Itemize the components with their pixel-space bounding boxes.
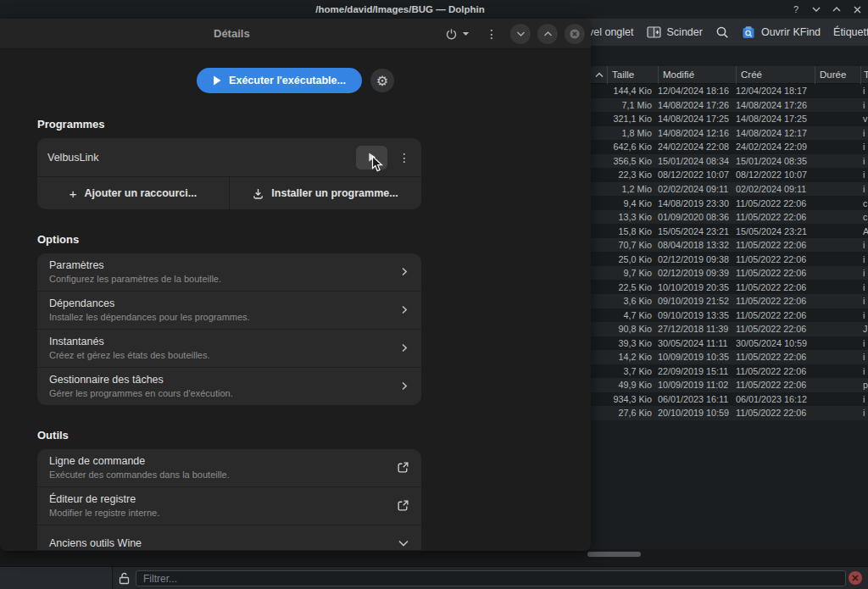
tags-button[interactable]: Étiquettes [833, 26, 868, 38]
options-row[interactable]: DépendancesInstallez les dépendances pou… [37, 292, 421, 330]
table-cell: i [860, 282, 868, 292]
table-row[interactable]: 22,3 Kio08/12/2022 10:0708/12/2022 10:07… [591, 168, 868, 182]
kebab-menu-icon[interactable]: ⋮ [485, 28, 498, 40]
table-row[interactable]: 22,5 Kio10/10/2019 20:3511/05/2022 22:06… [591, 280, 868, 294]
new-tab-button[interactable]: vel onglet [588, 26, 634, 38]
table-cell: 15/05/2024 23:21 [658, 226, 736, 236]
sort-header-cell[interactable] [591, 66, 607, 84]
chevron-down-icon [398, 539, 409, 547]
table-cell: 11/05/2022 22:06 [736, 240, 815, 250]
table-row[interactable]: 13,3 Kio01/09/2020 08:3611/05/2022 22:06… [591, 210, 868, 225]
chevron-right-icon [399, 342, 409, 353]
table-row[interactable]: 14,2 Kio10/09/2019 10:3511/05/2022 22:06… [591, 350, 868, 364]
row-text: InstantanésCréez et gérez les états des … [49, 336, 399, 360]
overlay-close-button[interactable] [565, 24, 585, 44]
table-cell: 934,3 Kio [607, 394, 658, 404]
program-name: VelbusLink [47, 152, 356, 164]
table-cell: 15/01/2024 08:34 [658, 156, 736, 166]
tools-heading: Outils [37, 429, 421, 442]
mouse-cursor [371, 155, 384, 176]
table-row[interactable]: 9,4 Kio14/08/2019 23:3011/05/2022 22:06c [591, 196, 868, 210]
table-cell: 11/05/2022 22:06 [736, 366, 815, 376]
program-row[interactable]: VelbusLink ⋮ [37, 138, 421, 177]
table-row[interactable]: 49,9 Kio10/09/2019 11:0211/05/2022 22:06… [591, 378, 868, 392]
close-window-button[interactable] [851, 3, 863, 15]
column-header-modified[interactable]: Modifié [658, 66, 736, 84]
options-heading: Options [37, 233, 421, 246]
table-cell: 356,5 Kio [607, 156, 658, 166]
open-kfind-button[interactable]: Ouvrir KFind [742, 25, 821, 39]
table-row[interactable]: 7,1 Mio14/08/2024 17:2614/08/2024 17:26i [591, 98, 868, 113]
table-row[interactable]: 1,2 Mio02/02/2024 09:1102/02/2024 09:11i [591, 182, 868, 197]
maximize-button[interactable] [831, 3, 843, 15]
table-row[interactable]: 4,7 Kio09/10/2019 13:3511/05/2022 22:06i [591, 308, 868, 323]
search-button[interactable] [715, 25, 729, 39]
gear-icon: ⚙ [376, 73, 388, 89]
bottles-window: Détails ⋮ Exécuter l'exécutable... [0, 19, 591, 551]
table-row[interactable]: 15,8 Kio15/05/2024 23:2115/05/2024 23:21… [591, 224, 868, 238]
table-cell: 14/08/2024 17:25 [736, 114, 815, 124]
filter-bar [0, 566, 868, 589]
table-cell: 90,8 Kio [607, 324, 658, 334]
table-row[interactable]: 144,4 Kio12/04/2024 18:1612/04/2024 18:1… [591, 84, 868, 98]
table-row[interactable]: 90,8 Kio27/12/2018 11:3911/05/2022 22:06… [591, 322, 868, 336]
table-cell: 11/05/2022 22:06 [736, 282, 815, 292]
table-row[interactable]: 39,3 Kio30/05/2024 11:1130/05/2024 10:59… [591, 336, 868, 351]
table-cell: 10/09/2019 11:02 [658, 380, 736, 390]
table-cell: 11/05/2022 22:06 [736, 268, 815, 278]
column-header-type[interactable]: T [860, 66, 868, 84]
help-button[interactable]: ? [790, 3, 802, 15]
overlay-maximize-button[interactable] [537, 24, 558, 44]
row-text: ParamètresConfigurez les paramètres de l… [49, 259, 399, 284]
run-executable-button[interactable]: Exécuter l'exécutable... [197, 68, 362, 93]
column-header-size[interactable]: Taille [607, 66, 658, 84]
row-text: Ligne de commandeExécuter des commandes … [49, 455, 397, 480]
table-row[interactable]: 3,7 Kio22/09/2019 15:1111/05/2022 22:06i [591, 364, 868, 379]
power-status-button[interactable] [445, 28, 470, 41]
table-cell: 02/12/2019 09:39 [658, 268, 736, 278]
table-cell: 11/05/2022 22:06 [736, 380, 815, 390]
external-link-icon [397, 499, 409, 512]
plus-icon: + [70, 186, 77, 201]
run-settings-button[interactable]: ⚙ [370, 69, 394, 92]
options-row[interactable]: ParamètresConfigurez les paramètres de l… [37, 253, 421, 292]
options-row[interactable]: Gestionnaire des tâchesGérer les program… [37, 368, 421, 405]
table-row[interactable]: 934,3 Kio06/01/2023 16:1106/01/2023 16:1… [591, 392, 868, 407]
table-cell: 08/12/2022 10:07 [658, 169, 736, 180]
install-program-button[interactable]: Installer un programme... [229, 177, 421, 209]
column-header-created[interactable]: Créé [736, 66, 815, 84]
table-cell: i [860, 268, 868, 278]
table-row[interactable]: 321,1 Kio14/08/2024 17:2514/08/2024 17:2… [591, 112, 868, 126]
table-row[interactable]: 70,7 Kio08/04/2018 13:3211/05/2022 22:06… [591, 238, 868, 253]
horizontal-scrollbar[interactable] [587, 552, 641, 557]
tools-row[interactable]: Anciens outils Wine [37, 525, 421, 550]
add-shortcut-button[interactable]: + Ajouter un raccourci... [37, 177, 229, 209]
table-cell: 11/05/2022 22:06 [736, 408, 815, 418]
table-cell: c [860, 212, 868, 222]
options-row[interactable]: InstantanésCréez et gérez les états des … [37, 330, 421, 368]
table-row[interactable]: 642,6 Kio24/02/2024 22:0824/02/2024 22:0… [591, 140, 868, 154]
row-text: Éditeur de registreModifier le registre … [49, 493, 397, 518]
table-cell: 09/10/2019 13:35 [658, 310, 736, 320]
minimize-button[interactable] [810, 3, 822, 15]
bottles-content: Exécuter l'exécutable... ⚙ Programmes Ve… [0, 49, 591, 550]
table-row[interactable]: 1,8 Mio14/08/2024 12:1614/08/2024 12:17i [591, 126, 868, 141]
table-cell: 06/01/2023 16:11 [658, 394, 736, 404]
table-row[interactable]: 356,5 Kio15/01/2024 08:3415/01/2024 08:3… [591, 154, 868, 169]
close-filter-button[interactable] [849, 571, 862, 585]
filter-input[interactable] [136, 570, 846, 586]
program-kebab-menu-icon[interactable]: ⋮ [398, 152, 411, 164]
table-row[interactable]: 9,7 Kio02/12/2019 09:3911/05/2022 22:06i [591, 266, 868, 281]
table-cell: i [860, 408, 868, 418]
split-view-button[interactable]: Scinder [647, 26, 703, 38]
table-cell: 14/08/2024 17:26 [736, 100, 815, 110]
tools-row[interactable]: Éditeur de registreModifier le registre … [37, 487, 421, 525]
table-cell: 06/01/2023 16:12 [736, 394, 815, 404]
table-row[interactable]: 25,0 Kio02/12/2019 09:3811/05/2022 22:06… [591, 252, 868, 266]
lock-icon[interactable] [119, 572, 130, 585]
column-header-duration[interactable]: Durée [815, 66, 860, 84]
overlay-minimize-button[interactable] [510, 24, 531, 44]
tools-row[interactable]: Ligne de commandeExécuter des commandes … [37, 449, 421, 487]
table-row[interactable]: 3,6 Kio09/10/2019 21:5211/05/2022 22:06i [591, 294, 868, 308]
table-row[interactable]: 27,6 Kio20/10/2019 10:5911/05/2022 22:06… [591, 406, 868, 420]
